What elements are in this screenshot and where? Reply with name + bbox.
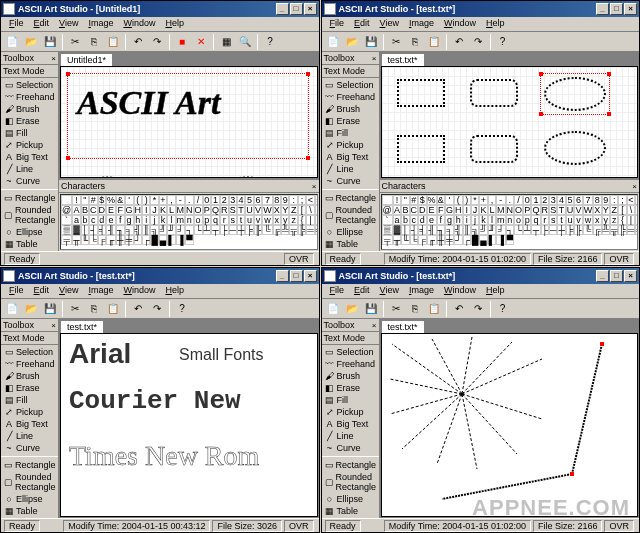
tool-brush[interactable]: 🖌Brush [2,103,57,115]
char-cell[interactable]: 7 [262,195,273,205]
char-cell[interactable]: C [89,205,98,215]
char-cell[interactable]: m [496,215,506,225]
char-cell[interactable]: T [237,205,245,215]
tool-rectangle[interactable]: ▭Rectangle [323,459,378,471]
char-cell[interactable]: H [454,205,463,215]
char-cell[interactable]: d [98,215,107,225]
char-cell[interactable]: q [531,215,540,225]
char-cell[interactable]: I [463,205,471,215]
tool-rounded-rectangle[interactable]: ▢Rounded Rectangle [2,204,57,226]
char-cell[interactable]: r [541,215,550,225]
menu-help[interactable]: Help [160,17,189,31]
char-cell[interactable]: : [289,195,297,205]
char-cell[interactable]: } [315,215,318,225]
char-cell[interactable]: o [514,215,523,225]
cut-icon[interactable]: ✂ [66,33,84,51]
char-cell[interactable]: # [410,195,419,205]
char-cell[interactable]: / [514,195,523,205]
char-cell[interactable]: { [298,215,306,225]
char-cell[interactable]: f [437,215,445,225]
char-cell[interactable]: ╒ [98,235,107,245]
char-cell[interactable]: H [134,205,143,215]
char-cell[interactable]: ╟ [574,225,582,235]
tool-brush[interactable]: 🖌Brush [323,103,378,115]
tool-ellipse[interactable]: ○Ellipse [2,493,57,505]
char-cell[interactable]: ╤ [61,235,72,245]
char-cell[interactable]: 3 [229,195,237,205]
panel-close-icon[interactable]: × [51,54,56,63]
char-cell[interactable]: h [134,215,143,225]
tool-fill[interactable]: ▤Fill [323,394,378,406]
char-cell[interactable]: - [496,195,506,205]
char-cell[interactable]: 5 [566,195,575,205]
char-cell[interactable]: 0 [203,195,211,205]
tool-freehand[interactable]: 〰Freehand [2,358,57,370]
char-cell[interactable]: j [471,215,479,225]
char-cell[interactable]: ╪ [125,235,134,245]
char-cell[interactable]: i [142,215,150,225]
char-cell[interactable]: 2 [220,195,229,205]
tool-selection[interactable]: ▭Selection [323,79,378,91]
tool-selection[interactable]: ▭Selection [2,346,57,358]
char-cell[interactable]: f [116,215,124,225]
menu-edit[interactable]: Edit [29,17,55,31]
tool-rounded-rectangle[interactable]: ▢Rounded Rectangle [323,204,378,226]
char-cell[interactable]: ╔ [273,225,281,235]
char-cell[interactable]: ) [142,195,150,205]
char-cell[interactable]: ╞ [566,225,575,235]
char-cell[interactable]: t [557,215,565,225]
tool-erase[interactable]: ◧Erase [323,115,378,127]
char-cell[interactable]: n [185,215,194,225]
redo-icon[interactable]: ↷ [469,33,487,51]
char-cell[interactable]: 0 [523,195,531,205]
char-cell[interactable]: l [488,215,496,225]
tool-pickup[interactable]: ⤢Pickup [323,406,378,418]
char-cell[interactable]: E [106,205,116,215]
char-cell[interactable]: ╙ [81,235,89,245]
char-cell[interactable]: ╖ [437,225,445,235]
char-cell[interactable]: 6 [574,195,582,205]
undo-icon[interactable]: ↶ [129,33,147,51]
char-cell[interactable]: ║ [142,225,150,235]
char-cell[interactable]: ╠ [618,225,626,235]
char-cell[interactable]: █ [150,235,158,245]
char-cell[interactable]: ▒ [382,225,393,235]
char-cell[interactable]: s [229,215,237,225]
char-cell[interactable]: j [150,215,158,225]
char-cell[interactable]: ┼ [557,225,565,235]
char-cell[interactable]: S [229,205,237,215]
char-cell[interactable]: i [463,215,471,225]
char-cell[interactable]: U [245,205,254,215]
char-cell[interactable]: % [427,195,437,205]
char-cell[interactable]: Q [211,205,220,215]
char-cell[interactable]: 7 [583,195,594,205]
char-cell[interactable]: ╓ [427,235,437,245]
paste-icon[interactable]: 📋 [104,33,122,51]
char-cell[interactable]: , [488,195,496,205]
char-cell[interactable]: ╦ [289,225,297,235]
char-cell[interactable]: 8 [273,195,281,205]
char-cell[interactable]: ═ [306,225,314,235]
char-cell[interactable]: c [410,215,419,225]
char-cell[interactable]: = [315,195,318,205]
char-cell[interactable]: N [506,205,515,215]
char-cell[interactable] [382,195,393,205]
char-cell[interactable]: E [427,205,437,215]
char-cell[interactable]: ' [125,195,134,205]
char-cell[interactable]: ┬ [211,225,220,235]
char-cell[interactable]: N [185,205,194,215]
char-cell[interactable]: ╬ [315,225,318,235]
char-cell[interactable]: d [418,215,427,225]
char-cell[interactable]: < [306,195,314,205]
char-cell[interactable]: ─ [229,225,237,235]
char-cell[interactable]: $ [418,195,427,205]
maximize-button[interactable]: □ [290,3,303,15]
char-cell[interactable]: K [159,205,167,215]
char-cell[interactable]: ╝ [479,225,487,235]
color-icon[interactable]: ■ [173,33,191,51]
char-cell[interactable]: b [401,215,409,225]
char-cell[interactable]: ╗ [471,225,479,235]
char-cell[interactable]: X [273,205,281,215]
char-cell[interactable]: ▌ [167,235,175,245]
panel-close-icon[interactable]: × [312,182,317,191]
